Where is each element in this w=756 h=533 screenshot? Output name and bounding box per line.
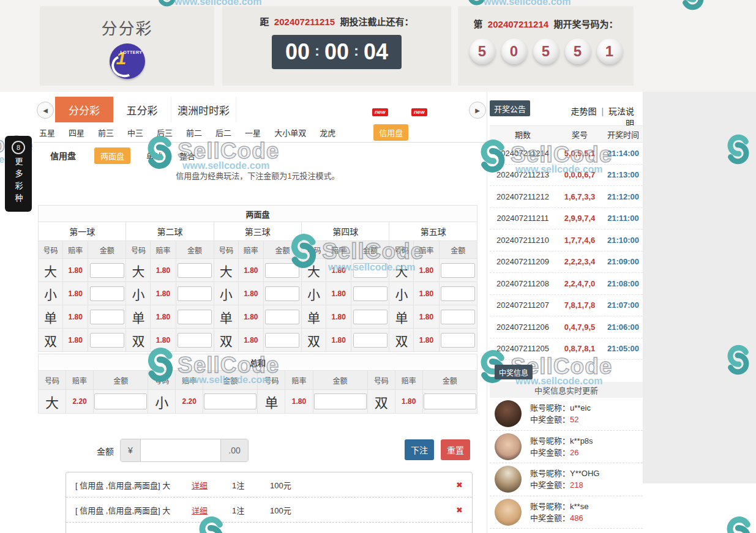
lottery-tab[interactable]: 分分彩: [55, 97, 113, 122]
bet-option-label[interactable]: 大: [214, 259, 238, 282]
bet-amount-input[interactable]: [90, 310, 124, 324]
bet-option-label[interactable]: 双: [302, 329, 326, 352]
col-header: 金额: [313, 371, 367, 390]
bet-amount-input[interactable]: [90, 286, 124, 301]
draw-announcement-button[interactable]: 开奖公告: [490, 100, 530, 116]
bet-option-label[interactable]: 小: [302, 282, 326, 305]
result-time: 21:11:00: [604, 214, 643, 223]
lottery-tab[interactable]: 五分彩: [113, 97, 171, 122]
winner-info-tab[interactable]: 中奖信息: [495, 365, 533, 379]
lottery-tab[interactable]: 澳洲时时彩: [171, 97, 236, 122]
bet-option-label[interactable]: 小: [389, 282, 414, 305]
bet-amount-input[interactable]: [265, 263, 299, 278]
bet-amount-input[interactable]: [441, 263, 475, 278]
bet-detail-link[interactable]: 详细: [192, 504, 232, 516]
bet-detail-link[interactable]: 详细: [192, 479, 232, 491]
winner-item: 账号昵称：k**se中奖金额：486: [490, 496, 643, 529]
bet-option-label[interactable]: 双: [389, 329, 414, 352]
bet-option-label[interactable]: 大: [126, 259, 151, 282]
bet-amount-input[interactable]: [178, 286, 212, 301]
bet-option-label[interactable]: 单: [214, 305, 238, 329]
bet-option-label[interactable]: 双: [126, 329, 151, 352]
scroll-left-icon[interactable]: ◀: [37, 102, 54, 119]
odds-value: 1.80: [151, 282, 176, 305]
result-numbers: 5,0,5,5,1: [556, 149, 604, 158]
bet-amount-input[interactable]: [441, 333, 475, 348]
bet-amount-input[interactable]: [90, 333, 124, 348]
result-issue: 202407211210: [490, 236, 556, 245]
bet-amount-input[interactable]: [441, 286, 475, 301]
bet-amount-input[interactable]: [265, 310, 299, 324]
mode-option[interactable]: 两面盘: [94, 147, 130, 164]
mode-option[interactable]: 整合: [179, 150, 195, 162]
two-side-table-title: 两面盘: [39, 206, 477, 222]
bet-option-label[interactable]: 小: [126, 282, 151, 305]
bet-amount-input[interactable]: [314, 393, 367, 409]
bet-amount-input[interactable]: [90, 263, 124, 278]
more-lotteries-tab[interactable]: 8 更多彩种: [5, 136, 32, 212]
bet-option-label[interactable]: 小: [214, 282, 238, 305]
bet-option-label[interactable]: 大: [389, 259, 414, 282]
bet-amount-input[interactable]: [424, 393, 476, 409]
bet-amount-input[interactable]: [353, 286, 387, 301]
bet-amount-input[interactable]: [353, 263, 387, 278]
bet-option-label[interactable]: 双: [367, 390, 395, 414]
subtab-item[interactable]: 大小单双: [274, 127, 306, 138]
amount-input[interactable]: [141, 439, 220, 461]
trend-chart-link[interactable]: 走势图: [571, 106, 597, 116]
bet-option-label[interactable]: 单: [258, 390, 285, 414]
subtab-item[interactable]: 中三: [127, 127, 143, 138]
scroll-right-icon[interactable]: ▶: [469, 102, 486, 119]
result-numbers: 2,2,2,3,4: [556, 257, 604, 266]
bet-amount-input[interactable]: [94, 393, 147, 409]
place-bet-button[interactable]: 下注: [405, 439, 434, 460]
result-issue: 202407211206: [490, 322, 556, 332]
bet-option-label[interactable]: 双: [39, 329, 63, 352]
subtab-item[interactable]: 后三: [157, 127, 173, 138]
bet-option-label[interactable]: 单: [126, 305, 151, 329]
bet-amount-input[interactable]: [178, 333, 212, 348]
bet-amount-input[interactable]: [178, 310, 212, 324]
winner-item: 账号昵称：Y**OHG中奖金额：218: [490, 463, 643, 496]
bet-count: 1注: [232, 479, 270, 491]
subtab-item[interactable]: 信用盘: [373, 124, 408, 141]
result-time: 21:09:00: [604, 257, 643, 266]
odds-value: 1.80: [63, 329, 88, 352]
bet-option-label[interactable]: 双: [214, 329, 238, 352]
odds-value: 1.80: [414, 282, 439, 305]
bet-option-label[interactable]: 小: [148, 390, 176, 414]
result-issue: 202407211212: [490, 192, 556, 201]
bet-option-label[interactable]: 单: [389, 305, 414, 329]
draw-issue: 202407211214: [488, 19, 548, 29]
subtab-item[interactable]: 龙虎: [320, 127, 335, 138]
bet-amount-input[interactable]: [441, 310, 475, 324]
results-rows: 2024072112145,0,5,5,121:14:0020240721121…: [490, 143, 643, 360]
subtab-item[interactable]: 四星: [69, 127, 84, 138]
bet-amount-input[interactable]: [265, 333, 299, 348]
bet-option-label[interactable]: 单: [302, 305, 326, 329]
remove-bet-icon[interactable]: ✖: [456, 480, 463, 490]
col-header: 号码: [39, 241, 63, 259]
bet-option-label[interactable]: 单: [39, 305, 63, 329]
bet-option-label[interactable]: 大: [39, 390, 66, 414]
reset-button[interactable]: 重置: [441, 439, 470, 460]
bet-option-label[interactable]: 大: [39, 259, 63, 282]
countdown-issue: 202407211215: [274, 17, 335, 27]
subtab-item[interactable]: 前二: [186, 127, 202, 138]
bet-amount-input[interactable]: [265, 286, 299, 301]
remove-bet-icon[interactable]: ✖: [456, 505, 463, 515]
subtab-item[interactable]: 五星: [39, 127, 55, 138]
bet-option-label[interactable]: 大: [302, 259, 326, 282]
subtab-item[interactable]: 一星: [245, 127, 261, 138]
winner-name: k**se: [570, 502, 588, 511]
bet-option-label[interactable]: 小: [39, 282, 63, 305]
bet-amount-input[interactable]: [353, 333, 387, 348]
mode-option[interactable]: 单球: [146, 150, 162, 162]
bet-amount-input[interactable]: [178, 263, 212, 278]
odds-value: 2.20: [66, 390, 94, 414]
subtab-item[interactable]: 前三: [98, 127, 114, 138]
bet-amount-input[interactable]: [353, 310, 387, 324]
subtab-item[interactable]: 后二: [215, 127, 231, 138]
bet-amount-input[interactable]: [204, 393, 256, 409]
winner-amount: 486: [570, 513, 583, 523]
